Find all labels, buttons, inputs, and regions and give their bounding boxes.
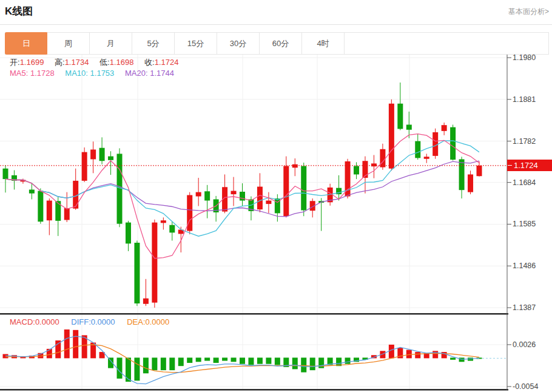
candle-body (301, 166, 306, 211)
low-value: 1.1698 (110, 58, 134, 67)
header-divider (0, 24, 552, 25)
macd-hist-bar (459, 357, 465, 362)
macd-hist-bar (433, 351, 438, 358)
kline-page: K线图 基本面分析> 日周月5分15分30分60分4时 开:1.1699 高:1… (0, 0, 552, 392)
y-axis-label: 1.1684 (513, 178, 536, 188)
tab-15min[interactable]: 15分 (175, 33, 217, 54)
open-label: 开: (10, 58, 20, 67)
macd-hist-bar (240, 357, 245, 363)
high-label: 高: (55, 58, 65, 67)
close-label: 收: (144, 58, 155, 67)
interval-tab-bar: 日周月5分15分30分60分4时 (5, 32, 549, 55)
diff-readout: DIFF:0.0000 (71, 317, 115, 326)
candle-body (450, 127, 456, 160)
candle-body (47, 201, 52, 221)
candle-body (424, 157, 429, 158)
candle-body (389, 104, 394, 169)
candle-body (397, 104, 403, 129)
ma5-readout: MA5: 1.1728 (10, 69, 55, 78)
candle-body (459, 159, 465, 190)
macd-readout: MACD:0.0000 (10, 317, 59, 326)
macd-hist-bar (406, 350, 412, 359)
candle-body (371, 163, 377, 166)
macd-hist-bar (204, 357, 210, 360)
marker-tick (508, 165, 512, 166)
candle-body (292, 164, 298, 168)
macd-hist-bar (55, 340, 61, 358)
macd-hist-bar (64, 329, 70, 358)
candle-body (257, 187, 263, 210)
candle-body (266, 201, 271, 204)
candle-body (99, 148, 105, 161)
candle-body (196, 192, 201, 197)
macd-hist-bar (178, 357, 184, 366)
macd-hist-bar (187, 357, 192, 363)
candle-body (477, 166, 482, 176)
dea-readout: DEA:0.0000 (127, 317, 169, 326)
pane-separator (0, 313, 508, 315)
candle-body (64, 208, 70, 220)
candle-body (354, 166, 359, 175)
tab-week[interactable]: 周 (47, 33, 90, 54)
macd-hist-bar (134, 357, 140, 380)
tab-month[interactable]: 月 (90, 33, 132, 54)
y-axis-label: 1.1387 (513, 303, 536, 313)
y-axis-label: 1.1881 (513, 95, 536, 104)
macd-hist-bar (117, 357, 123, 379)
y-axis-label: 1.1585 (513, 219, 536, 229)
bottom-border (0, 389, 508, 391)
macd-hist-bar (3, 354, 8, 359)
current-price-marker: 1.1724 (507, 160, 552, 171)
macd-hist-bar (301, 357, 306, 372)
high-value: 1.1734 (65, 58, 89, 67)
candle-body (126, 223, 131, 244)
tab-4hour[interactable]: 4时 (302, 33, 345, 54)
ohlc-info-bar: 开:1.1699 高:1.1734 低:1.1698 收:1.1724 (10, 57, 187, 68)
candle-body (433, 132, 438, 156)
candle-body (204, 191, 210, 200)
macd-hist-bar (275, 357, 280, 365)
y-axis-label: 0.0026 (513, 340, 536, 350)
candle-body (231, 191, 237, 195)
candle-body (468, 174, 473, 192)
candle-body (90, 149, 96, 159)
candle-body (29, 189, 35, 193)
candle-body (161, 220, 166, 223)
ma10-readout: MA10: 1.1753 (65, 69, 114, 78)
candle-body (82, 152, 87, 181)
fundamental-analysis-link[interactable]: 基本面分析> (508, 7, 549, 17)
low-label: 低: (99, 58, 110, 67)
y-axis-label: 1.1782 (513, 137, 536, 146)
macd-hist-bar (450, 357, 456, 359)
y-axis-label: -0.0054 (513, 382, 538, 391)
macd-hist-bar (126, 357, 131, 382)
tab-day[interactable]: 日 (5, 32, 48, 55)
candle-body (187, 195, 192, 231)
macd-hist-bar (196, 357, 201, 362)
candle-body (415, 141, 420, 158)
macd-hist-bar (222, 357, 227, 360)
macd-hist-bar (266, 357, 271, 363)
macd-hist-bar (389, 345, 394, 358)
macd-hist-bar (345, 357, 351, 363)
macd-hist-bar (292, 357, 298, 369)
tab-strip-spacer (345, 33, 548, 54)
macd-hist-bar (310, 357, 315, 370)
macd-hist-bar (152, 357, 157, 370)
tab-5min[interactable]: 5分 (132, 33, 175, 54)
candle-body (73, 181, 78, 209)
macd-hist-bar (415, 352, 420, 358)
candle-body (38, 191, 43, 222)
tab-60min[interactable]: 60分 (260, 33, 302, 54)
macd-hist-bar (318, 357, 324, 368)
candle-body (3, 169, 8, 179)
macd-hist-bar (143, 357, 149, 373)
macd-hist-bar (73, 330, 78, 359)
y-axis-label: 1.1486 (513, 261, 536, 271)
candle-body (442, 125, 447, 131)
macd-hist-bar (257, 357, 263, 363)
page-title: K线图 (5, 4, 33, 18)
macd-hist-bar (248, 357, 254, 365)
tab-30min[interactable]: 30分 (217, 33, 260, 54)
open-value: 1.1699 (20, 58, 44, 67)
